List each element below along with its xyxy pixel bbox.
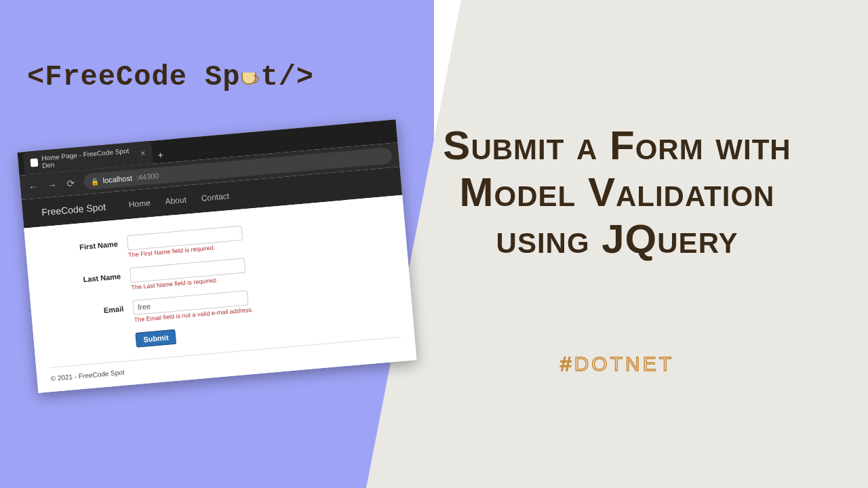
close-icon[interactable]: × xyxy=(140,148,146,159)
coffee-cup-icon xyxy=(240,67,260,87)
reload-button[interactable]: ⟳ xyxy=(64,178,77,190)
browser-window: Home Page - FreeCode Spot Den × + ← → ⟳ … xyxy=(18,119,417,392)
label-email: Email xyxy=(45,300,134,319)
url-port: :44300 xyxy=(136,171,159,182)
logo-text-after: t/> xyxy=(260,61,314,94)
forward-button[interactable]: → xyxy=(45,179,58,191)
logo-text-before: <FreeCode Sp xyxy=(27,61,240,94)
tab-title: Home Page - FreeCode Spot Den xyxy=(41,146,134,169)
submit-button[interactable]: Submit xyxy=(135,329,176,348)
page-content: First Name The First Name field is requi… xyxy=(24,195,416,393)
nav-contact[interactable]: Contact xyxy=(201,191,229,203)
lock-icon: 🔒 xyxy=(90,177,99,185)
back-button[interactable]: ← xyxy=(26,180,39,192)
headline-text: Submit a Form with Model Validation usin… xyxy=(407,122,827,262)
nav-about[interactable]: About xyxy=(165,195,186,207)
hashtag-text: #DOTNET xyxy=(407,352,827,375)
favicon-icon xyxy=(30,159,38,167)
label-firstname: First Name xyxy=(39,235,127,254)
url-host: localhost xyxy=(102,174,132,184)
nav-home[interactable]: Home xyxy=(128,198,151,209)
freecode-spot-logo: <FreeCode Spt/> xyxy=(27,61,314,94)
site-brand[interactable]: FreeCode Spot xyxy=(41,201,106,218)
new-tab-button[interactable]: + xyxy=(152,146,170,164)
label-lastname: Last Name xyxy=(42,268,131,287)
